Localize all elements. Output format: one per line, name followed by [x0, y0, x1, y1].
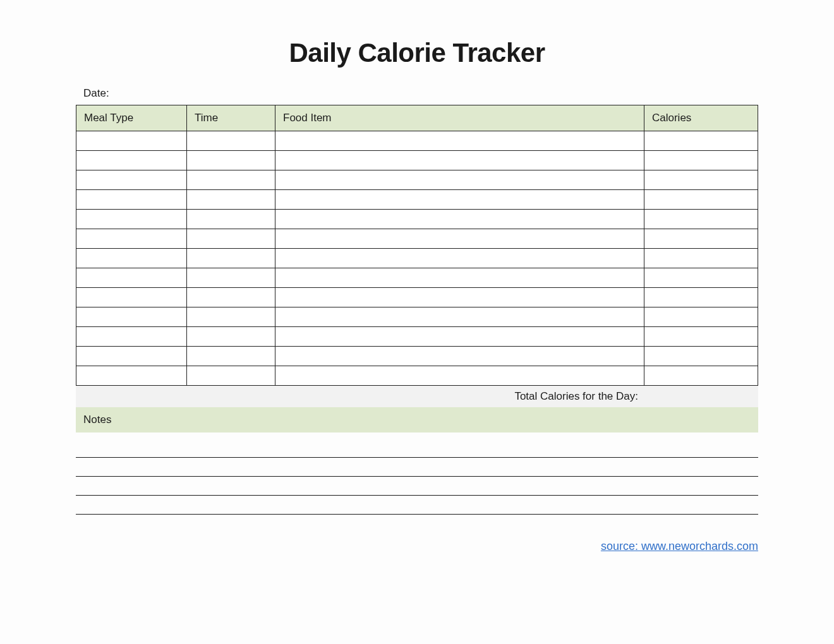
header-food-item: Food Item — [275, 105, 644, 131]
cell-calories[interactable] — [644, 210, 758, 229]
cell-meal_type[interactable] — [76, 366, 187, 386]
table-row — [76, 210, 758, 229]
cell-time[interactable] — [187, 170, 275, 190]
cell-meal_type[interactable] — [76, 151, 187, 170]
cell-meal_type[interactable] — [76, 229, 187, 249]
cell-time[interactable] — [187, 151, 275, 170]
note-line[interactable] — [76, 496, 758, 515]
cell-time[interactable] — [187, 131, 275, 151]
calorie-table: Meal Type Time Food Item Calories — [76, 105, 758, 386]
note-line[interactable] — [76, 458, 758, 477]
table-row — [76, 307, 758, 327]
header-meal-type: Meal Type — [76, 105, 187, 131]
table-row — [76, 131, 758, 151]
cell-meal_type[interactable] — [76, 170, 187, 190]
table-row — [76, 151, 758, 170]
cell-calories[interactable] — [644, 347, 758, 366]
cell-time[interactable] — [187, 229, 275, 249]
cell-food_item[interactable] — [275, 190, 644, 210]
cell-calories[interactable] — [644, 151, 758, 170]
cell-food_item[interactable] — [275, 347, 644, 366]
cell-food_item[interactable] — [275, 151, 644, 170]
cell-calories[interactable] — [644, 229, 758, 249]
cell-time[interactable] — [187, 190, 275, 210]
cell-time[interactable] — [187, 307, 275, 327]
cell-time[interactable] — [187, 327, 275, 347]
cell-calories[interactable] — [644, 366, 758, 386]
cell-calories[interactable] — [644, 170, 758, 190]
total-row: Total Calories for the Day: — [76, 386, 758, 407]
cell-time[interactable] — [187, 288, 275, 307]
cell-calories[interactable] — [644, 327, 758, 347]
source-attribution: source: www.neworchards.com — [76, 540, 758, 553]
table-row — [76, 347, 758, 366]
cell-time[interactable] — [187, 249, 275, 268]
table-row — [76, 366, 758, 386]
cell-meal_type[interactable] — [76, 347, 187, 366]
cell-time[interactable] — [187, 268, 275, 288]
cell-food_item[interactable] — [275, 249, 644, 268]
table-row — [76, 190, 758, 210]
cell-meal_type[interactable] — [76, 131, 187, 151]
date-label: Date: — [83, 87, 109, 99]
date-label-row: Date: — [76, 87, 758, 100]
total-value[interactable] — [644, 386, 758, 407]
cell-meal_type[interactable] — [76, 190, 187, 210]
cell-meal_type[interactable] — [76, 288, 187, 307]
cell-time[interactable] — [187, 210, 275, 229]
page-title: Daily Calorie Tracker — [76, 38, 758, 68]
header-calories: Calories — [644, 105, 758, 131]
cell-food_item[interactable] — [275, 131, 644, 151]
table-header-row: Meal Type Time Food Item Calories — [76, 105, 758, 131]
cell-food_item[interactable] — [275, 327, 644, 347]
cell-calories[interactable] — [644, 288, 758, 307]
cell-food_item[interactable] — [275, 366, 644, 386]
table-row — [76, 229, 758, 249]
note-line[interactable] — [76, 439, 758, 458]
notes-header: Notes — [76, 407, 758, 432]
table-row — [76, 249, 758, 268]
cell-time[interactable] — [187, 366, 275, 386]
cell-meal_type[interactable] — [76, 307, 187, 327]
table-row — [76, 170, 758, 190]
total-label: Total Calories for the Day: — [76, 390, 644, 403]
cell-food_item[interactable] — [275, 268, 644, 288]
cell-meal_type[interactable] — [76, 327, 187, 347]
cell-calories[interactable] — [644, 131, 758, 151]
notes-lines-container — [76, 439, 758, 515]
cell-food_item[interactable] — [275, 229, 644, 249]
table-row — [76, 327, 758, 347]
cell-meal_type[interactable] — [76, 268, 187, 288]
cell-calories[interactable] — [644, 307, 758, 327]
cell-calories[interactable] — [644, 190, 758, 210]
cell-calories[interactable] — [644, 268, 758, 288]
table-row — [76, 288, 758, 307]
cell-meal_type[interactable] — [76, 210, 187, 229]
cell-food_item[interactable] — [275, 307, 644, 327]
cell-meal_type[interactable] — [76, 249, 187, 268]
source-link[interactable]: source: www.neworchards.com — [601, 540, 758, 552]
cell-calories[interactable] — [644, 249, 758, 268]
header-time: Time — [187, 105, 275, 131]
table-row — [76, 268, 758, 288]
cell-food_item[interactable] — [275, 170, 644, 190]
cell-time[interactable] — [187, 347, 275, 366]
note-line[interactable] — [76, 477, 758, 496]
cell-food_item[interactable] — [275, 210, 644, 229]
cell-food_item[interactable] — [275, 288, 644, 307]
